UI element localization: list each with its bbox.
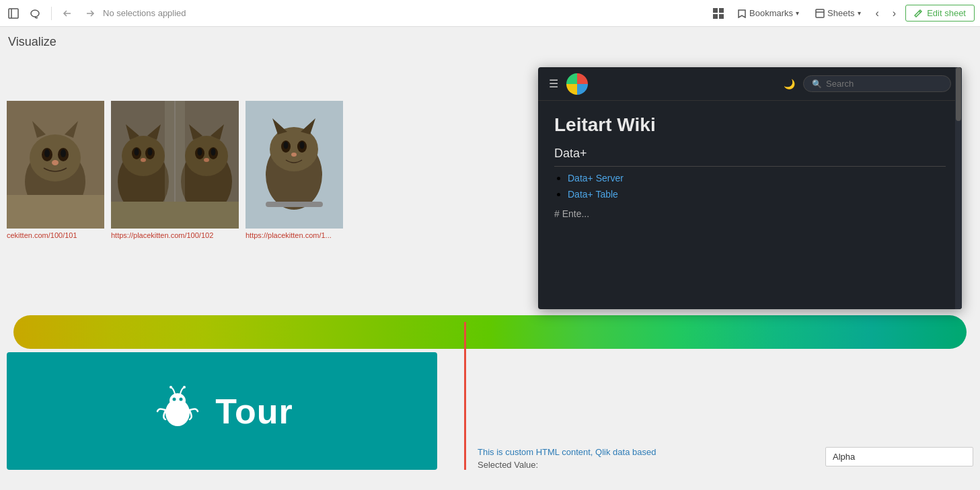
forward-icon[interactable]	[81, 5, 98, 22]
red-divider	[464, 322, 466, 470]
wiki-title: Leitart Wiki	[554, 114, 946, 136]
kitten-row: cekitten.com/100/101	[7, 101, 350, 239]
edit-sheet-button[interactable]: Edit sheet	[905, 5, 975, 22]
hamburger-icon[interactable]: ☰	[549, 77, 558, 90]
kitten-image-1	[7, 101, 104, 229]
color-bar	[13, 315, 967, 349]
main-area: Visualize cek	[0, 27, 980, 490]
scrollbar-thumb[interactable]	[956, 67, 961, 121]
svg-rect-3	[713, 8, 718, 13]
svg-rect-5	[713, 14, 718, 19]
bookmarks-button[interactable]: Bookmarks ▾	[732, 5, 804, 21]
tour-section: Tour	[7, 352, 437, 470]
svg-point-58	[183, 386, 186, 389]
sheets-label: Sheets	[827, 8, 854, 18]
kitten-item-1: cekitten.com/100/101	[7, 101, 104, 239]
svg-rect-41	[111, 202, 239, 229]
lasso-icon[interactable]	[27, 5, 43, 22]
tour-text: Tour	[215, 391, 293, 432]
wiki-section-title: Data+	[554, 147, 946, 167]
wiki-link-2[interactable]: Data+ Table	[568, 189, 618, 200]
kitten-item-3: https://placekitten.com/1...	[246, 101, 343, 239]
svg-rect-7	[816, 9, 824, 17]
svg-point-44	[270, 127, 318, 171]
wiki-link-1[interactable]: Data+ Server	[568, 173, 624, 183]
prev-button[interactable]: ‹	[872, 6, 883, 21]
wiki-search[interactable]: 🔍	[803, 75, 951, 92]
bookmarks-label: Bookmarks	[749, 8, 793, 18]
toolbar: No selections applied Bookmarks ▾ Sheets…	[0, 0, 980, 27]
alpha-input[interactable]	[825, 447, 973, 466]
svg-point-37	[198, 149, 202, 156]
svg-point-11	[30, 134, 81, 181]
svg-point-51	[291, 153, 297, 157]
svg-point-55	[173, 397, 176, 401]
svg-point-28	[148, 149, 153, 156]
next-button[interactable]: ›	[889, 6, 900, 21]
svg-point-56	[180, 397, 183, 401]
search-icon: 🔍	[812, 79, 822, 89]
svg-point-17	[61, 149, 66, 157]
kitten-url-3: https://placekitten.com/1...	[246, 231, 332, 239]
wiki-panel: ☰ 🌙 🔍 Leitart Wiki Data+ Data+ Server Da…	[538, 67, 962, 309]
svg-point-38	[211, 149, 216, 156]
svg-point-2	[31, 10, 39, 17]
svg-point-57	[169, 386, 172, 389]
tour-content: Tour	[151, 384, 293, 438]
svg-point-32	[185, 136, 228, 176]
svg-point-49	[284, 142, 289, 149]
wiki-logo	[566, 73, 588, 95]
kitten-image-2	[111, 101, 239, 229]
scrollbar-track[interactable]	[955, 67, 962, 309]
wiki-body: Leitart Wiki Data+ Data+ Server Data+ Ta…	[538, 101, 962, 233]
kitten-image-3	[246, 101, 343, 229]
kitten-item-2: https://placekitten.com/100/102	[111, 101, 239, 239]
svg-point-16	[44, 149, 50, 157]
svg-rect-52	[266, 202, 323, 207]
separator-1	[51, 7, 52, 20]
toolbar-right: Bookmarks ▾ Sheets ▾ ‹ › Edit sheet	[710, 5, 975, 22]
grid-icon[interactable]	[710, 5, 726, 22]
visualize-label: Visualize	[8, 35, 56, 49]
bookmarks-chevron[interactable]: ▾	[796, 9, 799, 17]
svg-point-29	[141, 158, 146, 162]
sheets-chevron[interactable]: ▾	[858, 9, 861, 17]
svg-rect-0	[9, 9, 18, 18]
sheets-button[interactable]: Sheets ▾	[810, 5, 866, 21]
select-icon[interactable]	[5, 5, 22, 22]
wiki-faded-text: # Ente...	[554, 208, 946, 219]
dark-mode-icon[interactable]: 🌙	[784, 79, 795, 89]
no-selections-label: No selections applied	[103, 8, 705, 18]
svg-rect-19	[7, 195, 104, 229]
tour-monster-icon	[151, 384, 204, 438]
svg-rect-6	[719, 14, 724, 19]
svg-point-27	[135, 149, 139, 156]
list-item-2: Data+ Table	[568, 188, 946, 200]
kitten-url-1: cekitten.com/100/101	[7, 231, 77, 239]
svg-point-22	[122, 136, 165, 176]
list-item-1: Data+ Server	[568, 172, 946, 184]
wiki-list: Data+ Server Data+ Table	[554, 172, 946, 200]
svg-point-18	[52, 160, 59, 165]
back-icon[interactable]	[60, 5, 76, 22]
wiki-search-input[interactable]	[826, 79, 934, 89]
svg-rect-4	[719, 8, 724, 13]
kitten-url-2: https://placekitten.com/100/102	[111, 231, 213, 239]
wiki-header: ☰ 🌙 🔍	[538, 67, 962, 101]
edit-sheet-label: Edit sheet	[927, 8, 966, 18]
custom-html-section: This is custom HTML content, Qlik data b…	[478, 447, 973, 470]
svg-point-39	[204, 158, 209, 162]
svg-point-50	[300, 142, 305, 149]
